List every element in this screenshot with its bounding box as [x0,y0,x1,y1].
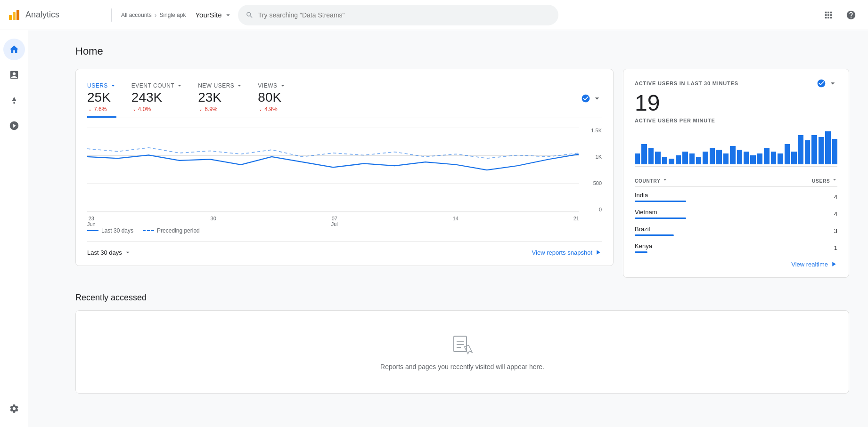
metric-tab-event-count[interactable]: Event count 243K 4.0% [131,79,183,118]
country-table: Country Users India 4 Vietnam [635,174,837,255]
realtime-bar [744,152,749,164]
legend-dashed-line [143,230,154,231]
x-label-jul07: 07Jul [331,216,338,227]
country-users: 4 [749,187,837,204]
advertising-icon [9,121,19,131]
views-change: 4.9% [258,106,286,113]
country-bar [635,251,647,253]
page-title: Home [75,45,849,57]
chart-footer: Last 30 days View reports snapshot [87,242,602,256]
country-users: 4 [749,204,837,221]
cards-row: Users 25K 7.6% Event count 243K [75,69,849,278]
app-title: Analytics [25,10,59,20]
realtime-footer: View realtime [635,260,837,268]
realtime-bar [648,148,654,164]
new-users-label: New users [198,82,234,89]
breadcrumb-sep: › [155,11,157,19]
country-bar [635,218,686,219]
topbar-site-selector[interactable]: YourSite [195,11,232,19]
all-accounts-link[interactable]: All accounts [121,12,152,18]
y-label-0: 0 [599,207,602,212]
event-count-label: Event count [131,82,174,89]
chart-y-labels: 1.5K 1K 500 0 [583,128,602,212]
topbar-logo-area: Analytics [8,8,102,22]
date-filter-chevron-icon [124,249,131,256]
home-icon [9,44,19,55]
realtime-bar [778,153,783,164]
realtime-bar [716,150,721,164]
realtime-bar [669,159,674,164]
explore-icon [9,95,19,105]
realtime-bar [682,152,688,164]
country-row: Kenya 1 [635,238,837,255]
search-input[interactable] [258,11,551,19]
metric-tab-views[interactable]: Views 80K 4.9% [258,79,286,118]
report-cursor-icon [451,333,474,356]
realtime-header: Active users in last 30 minutes [635,79,837,88]
metric-tab-new-users[interactable]: New users 23K 6.9% [198,79,243,118]
views-chevron-icon [279,82,286,89]
sidebar-item-advertising[interactable] [3,115,25,137]
country-name: India [635,187,749,204]
svg-rect-2 [16,10,19,20]
realtime-arrow-icon [830,260,837,268]
country-bar [635,201,686,202]
sidebar-item-reports[interactable] [3,64,25,86]
chart-svg [87,128,579,212]
country-row: India 4 [635,187,837,204]
metric-tab-users[interactable]: Users 25K 7.6% [87,79,116,118]
country-users: 1 [749,238,837,255]
legend-dashed-label: Preceding period [157,227,200,234]
users-header-label: Users [812,178,830,184]
new-users-value: 23K [198,90,243,105]
realtime-bar [771,152,776,164]
topbar-right [819,6,860,24]
views-value: 80K [258,90,286,105]
date-filter[interactable]: Last 30 days [87,249,131,256]
sidebar-item-settings[interactable] [3,398,25,419]
chart-legend: Last 30 days Preceding period [87,227,602,234]
realtime-bar [757,153,762,164]
recently-accessed-card: Reports and pages you recently visited w… [75,310,849,394]
view-reports-link[interactable]: View reports snapshot [532,249,602,256]
view-realtime-link[interactable]: View realtime [791,260,837,268]
country-bar [635,234,674,236]
realtime-bar [662,157,667,164]
realtime-bar [730,146,735,164]
help-button[interactable] [842,6,860,24]
country-row: Vietnam 4 [635,204,837,221]
view-reports-label: View reports snapshot [532,249,592,256]
svg-rect-0 [9,15,12,20]
legend-solid-label: Last 30 days [101,227,133,234]
realtime-bar [805,140,810,164]
country-row: Brazil 3 [635,221,837,238]
sidebar-item-explore[interactable] [3,89,25,111]
search-box[interactable] [238,5,558,25]
country-col-header[interactable]: Country [635,174,749,187]
realtime-bar [811,135,817,164]
realtime-bar [819,137,824,164]
users-col-header[interactable]: Users [749,174,837,187]
breadcrumb: All accounts › Single apk [121,11,186,19]
single-apk-link[interactable]: Single apk [159,12,186,18]
metric-check-button[interactable] [581,79,602,118]
realtime-bar [785,144,790,164]
y-label-1k: 1K [596,154,602,160]
chart-x-labels: 23Jun 30 07Jul 14 21 [87,216,602,227]
sidebar [0,0,28,427]
down-arrow-icon [258,106,263,112]
x-label-14: 14 [453,216,459,227]
down-arrow-icon [131,106,137,112]
main-content: Home Users 25K 7.6% [57,30,868,427]
country-sort-icon [662,177,668,183]
event-chevron-icon [176,82,183,89]
realtime-bar [764,148,769,164]
realtime-count: 19 [635,90,837,116]
realtime-check-group [817,79,837,88]
realtime-more-icon[interactable] [828,79,837,88]
apps-button[interactable] [819,6,838,24]
down-arrow-icon [198,106,204,112]
sidebar-item-home[interactable] [3,39,25,60]
realtime-bar-chart [635,129,837,167]
users-sort-icon [832,177,837,183]
